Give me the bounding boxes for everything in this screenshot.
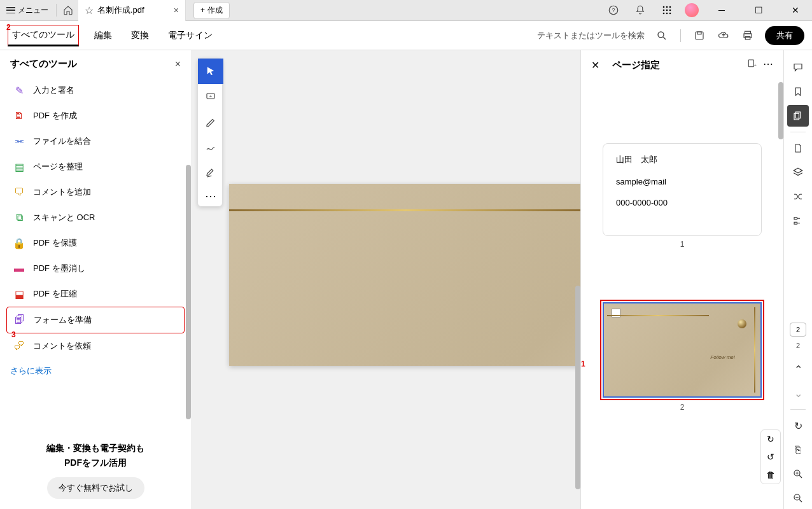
scrollbar[interactable] (778, 82, 783, 139)
sign-tool[interactable] (198, 160, 223, 186)
svg-rect-14 (697, 32, 701, 34)
rail-file-button[interactable] (787, 137, 809, 159)
tool-compress[interactable]: ⬓PDF を圧縮 (6, 281, 185, 307)
zoom-in-button[interactable] (787, 463, 809, 485)
rail-pages-button[interactable] (787, 105, 809, 127)
tab-all-tools[interactable]: すべてのツール (8, 25, 79, 46)
svg-rect-22 (795, 112, 801, 118)
hamburger-icon (6, 7, 15, 13)
zoom-out-button[interactable] (787, 487, 809, 509)
add-page-button[interactable]: + (746, 58, 757, 72)
close-tab-button[interactable]: × (174, 5, 179, 15)
scrollbar[interactable] (186, 165, 191, 419)
maximize-button[interactable]: ☐ (745, 0, 773, 20)
document-tab[interactable]: ☆ 名刺作成.pdf × (78, 0, 186, 21)
menu-button[interactable]: メニュー (0, 0, 55, 20)
minimize-button[interactable]: ─ (708, 0, 736, 20)
tool-prepare-form[interactable]: 🗐フォームを準備 (6, 307, 185, 333)
vertical-toolbar: + ⋯ (197, 58, 223, 207)
search-button[interactable] (655, 29, 669, 43)
scrollbar[interactable] (575, 286, 580, 489)
rotate-cw-button[interactable]: ↻ (761, 430, 780, 448)
user-avatar[interactable] (685, 3, 699, 17)
tool-organize[interactable]: ▤ページを整理 (6, 154, 185, 179)
title-bar: メニュー ☆ 名刺作成.pdf × + 作成 ? ─ ☐ ✕ (0, 0, 812, 21)
home-icon (63, 5, 73, 15)
tool-fill-sign[interactable]: ✎入力と署名 (6, 78, 185, 103)
svg-rect-24 (794, 218, 797, 220)
star-icon[interactable]: ☆ (85, 4, 94, 17)
tab-esign[interactable]: 電子サイン (164, 26, 216, 45)
rotate-view-button[interactable]: ↻ (787, 415, 809, 436)
annotation-2: 2 (6, 23, 11, 32)
page-down-button[interactable]: ⌄ (787, 382, 809, 404)
redact-icon: ▬ (13, 262, 25, 275)
tool-protect[interactable]: 🔒PDF を保護 (6, 230, 185, 256)
text-comment-tool[interactable]: + (198, 84, 223, 109)
svg-rect-20 (748, 60, 753, 67)
tab-edit[interactable]: 編集 (90, 26, 116, 45)
rail-comment-button[interactable] (787, 57, 809, 78)
search-placeholder[interactable]: テキストまたはツールを検索 (537, 30, 645, 41)
print-button[interactable] (741, 29, 755, 43)
close-window-button[interactable]: ✕ (781, 0, 809, 20)
save-button[interactable] (692, 29, 706, 43)
current-page-indicator[interactable]: 2 (790, 323, 806, 337)
card-phone: 000-0000-000 (616, 198, 748, 207)
notification-button[interactable] (631, 1, 649, 19)
close-panel-button[interactable]: × (175, 59, 181, 70)
mini-follow-text: Follow me! (710, 354, 735, 360)
home-button[interactable] (58, 0, 78, 20)
cursor-icon (205, 66, 216, 77)
more-tools[interactable]: ⋯ (198, 186, 223, 206)
cloud-upload-icon (717, 30, 730, 41)
svg-rect-23 (794, 113, 799, 120)
create-button[interactable]: + 作成 (193, 2, 230, 19)
rail-measure-button[interactable] (787, 186, 809, 207)
close-pages-panel[interactable]: ✕ (591, 59, 599, 71)
total-pages: 2 (796, 342, 800, 349)
decoration-hline (229, 209, 580, 211)
select-tool[interactable] (198, 59, 223, 84)
structure-icon (792, 215, 804, 227)
apps-button[interactable] (658, 1, 676, 19)
cloud-button[interactable] (717, 29, 731, 43)
rail-structure-button[interactable] (787, 210, 809, 232)
tab-convert[interactable]: 変換 (127, 26, 153, 45)
decoration (607, 315, 709, 316)
pages-panel: ✕ ページ指定 + ⋯ 山田 太郎 sample@mail 000-0000-0… (580, 50, 784, 509)
page-plus-icon: + (746, 58, 757, 69)
help-button[interactable]: ? (605, 1, 622, 19)
share-button[interactable]: 共有 (765, 26, 804, 45)
page-canvas[interactable]: Follow me! (229, 184, 580, 366)
tool-list: ✎入力と署名 🗎PDF を作成 ⫘ファイルを結合 ▤ページを整理 🗨コメントを追… (0, 78, 191, 359)
rail-bookmark-button[interactable] (787, 81, 809, 102)
tool-request-comment[interactable]: 🗪コメントを依頼 (6, 333, 185, 359)
comment-icon: 🗨 (13, 186, 25, 199)
tool-scan-ocr[interactable]: ⧉スキャンと OCR (6, 205, 185, 230)
delete-page-button[interactable]: 🗑 (761, 466, 780, 484)
tool-comment[interactable]: 🗨コメントを追加 (6, 179, 185, 205)
separator (790, 132, 806, 132)
thumbnail-1[interactable]: 山田 太郎 sample@mail 000-0000-000 1 (587, 143, 777, 249)
trial-button[interactable]: 今すぐ無料でお試し (47, 477, 144, 499)
highlight-tool[interactable] (198, 109, 223, 135)
svg-point-4 (669, 6, 671, 8)
tool-create-pdf[interactable]: 🗎PDF を作成 (6, 103, 185, 129)
rail-extract-button[interactable]: ⎘ (787, 439, 809, 461)
thumbnail-tools: ↻ ↺ 🗑 (760, 429, 781, 484)
file-icon (793, 143, 803, 154)
show-more-link[interactable]: さらに表示 (0, 359, 191, 383)
grid-icon (662, 5, 672, 15)
rotate-ccw-button[interactable]: ↺ (761, 448, 780, 466)
draw-tool[interactable] (198, 135, 223, 160)
tool-redact[interactable]: ▬PDF を墨消し (6, 256, 185, 281)
pages-more-button[interactable]: ⋯ (763, 58, 773, 72)
tool-combine[interactable]: ⫘ファイルを結合 (6, 129, 185, 154)
rail-layers-button[interactable] (787, 162, 809, 183)
thumbnail-2-selected[interactable]: Follow me! 2 (587, 255, 777, 412)
pages-icon (792, 110, 804, 122)
svg-point-2 (663, 6, 665, 8)
page-up-button[interactable]: ⌃ (787, 358, 809, 380)
svg-point-10 (669, 13, 671, 15)
